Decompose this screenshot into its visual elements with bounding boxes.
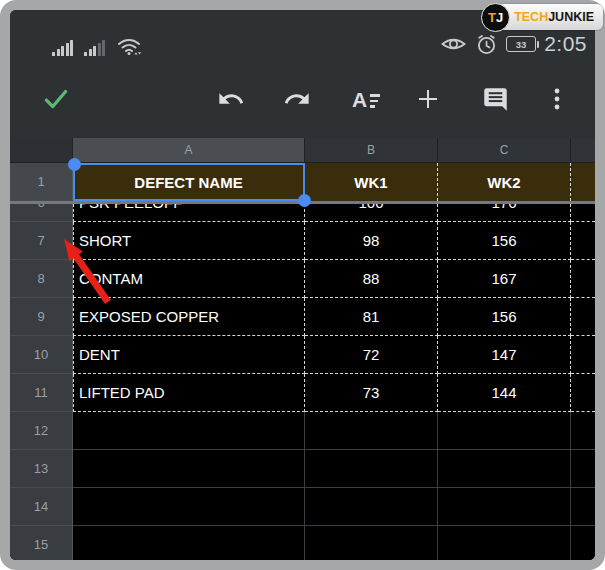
row-number-12[interactable]: 12 [10,412,73,450]
cellular-signal-icon-1 [52,39,73,56]
cell-c10[interactable]: 147 [438,336,571,374]
sheet-body: 6PSR PEELOFF1001767SHORT981568CONTAM8816… [10,204,595,560]
techjunkie-logo: TJ TECHJUNKIE [481,2,603,32]
selection-handle-bottom-right[interactable] [298,194,311,207]
cell-d13[interactable] [571,450,595,488]
cell-d7[interactable] [571,222,595,260]
toolbar: A [10,60,595,138]
cell-b6[interactable]: 100 [305,204,438,222]
cell-c7[interactable]: 156 [438,222,571,260]
confirm-check-button[interactable] [40,83,72,115]
techjunkie-logo-icon: TJ [481,3,510,32]
screenshot: 33 2:05 [0,0,605,570]
cell-a10[interactable]: DENT [73,336,305,374]
battery-icon: 33 [506,36,536,52]
table-row-11: 11LIFTED PAD73144 [10,374,595,412]
table-row-14: 14 [10,488,595,526]
spreadsheet-grid: A B C 1 DEFECT NAME WK1 WK2 6PSR PEELOFF… [10,138,595,560]
row-number-6[interactable]: 6 [10,204,73,222]
table-row-6: 6PSR PEELOFF100176 [10,204,595,222]
cell-b9[interactable]: 81 [305,298,438,336]
table-row-8: 8CONTAM88167 [10,260,595,298]
cell-d11[interactable] [571,374,595,412]
eye-comfort-icon [440,34,467,54]
cell-c15[interactable] [438,526,571,560]
cell-selection-outline [73,163,305,201]
status-left-icons [52,36,142,56]
cell-a14[interactable] [73,488,305,526]
row-number-1[interactable]: 1 [10,163,73,201]
cell-a12[interactable] [73,412,305,450]
logo-initial-j: J [496,10,503,25]
cell-c13[interactable] [438,450,571,488]
cell-b8[interactable]: 88 [305,260,438,298]
row-number-9[interactable]: 9 [10,298,73,336]
cell-d15[interactable] [571,526,595,560]
alarm-icon [475,33,498,56]
cell-d10[interactable] [571,336,595,374]
cell-b1-wk1[interactable]: WK1 [305,163,438,201]
cell-c6[interactable]: 176 [438,204,571,222]
row-number-15[interactable]: 15 [10,526,73,560]
column-header-b[interactable]: B [305,138,438,163]
insert-plus-button[interactable] [412,83,444,115]
row-number-14[interactable]: 14 [10,488,73,526]
text-format-button[interactable]: A [350,83,382,115]
cell-d6[interactable] [571,204,595,222]
clock-time: 2:05 [544,32,587,56]
cell-c1-wk2[interactable]: WK2 [438,163,571,201]
status-right-icons: 33 2:05 [440,32,587,56]
selection-handle-top-left[interactable] [68,158,81,171]
wordmark-tech: TECH [514,10,548,24]
row-number-13[interactable]: 13 [10,450,73,488]
cell-b15[interactable] [305,526,438,560]
cell-d8[interactable] [571,260,595,298]
table-row-12: 12 [10,412,595,450]
cell-d12[interactable] [571,412,595,450]
redo-button[interactable] [281,83,313,115]
wordmark-junkie: JUNKIE [548,10,594,24]
cell-b13[interactable] [305,450,438,488]
cell-c8[interactable]: 167 [438,260,571,298]
overflow-menu-button[interactable] [541,83,573,115]
cell-c9[interactable]: 156 [438,298,571,336]
cell-a6[interactable]: PSR PEELOFF [73,204,305,222]
table-row-15: 15 [10,526,595,560]
cell-b14[interactable] [305,488,438,526]
partial-row-clip-6: 6PSR PEELOFF100176 [10,204,595,222]
cell-c12[interactable] [438,412,571,450]
cell-c14[interactable] [438,488,571,526]
cell-a11[interactable]: LIFTED PAD [73,374,305,412]
cell-d9[interactable] [571,298,595,336]
cell-b12[interactable] [305,412,438,450]
select-all-corner[interactable] [10,138,73,163]
wifi-icon [116,36,142,56]
column-header-a[interactable]: A [73,138,305,163]
row-number-7[interactable]: 7 [10,222,73,260]
table-row-9: 9EXPOSED COPPER81156 [10,298,595,336]
cell-b11[interactable]: 73 [305,374,438,412]
table-row-13: 13 [10,450,595,488]
text-format-icon: A [352,89,380,110]
cell-d14[interactable] [571,488,595,526]
table-row-7: 7SHORT98156 [10,222,595,260]
cell-a13[interactable] [73,450,305,488]
cell-b10[interactable]: 72 [305,336,438,374]
comment-button[interactable] [479,83,511,115]
cell-b7[interactable]: 98 [305,222,438,260]
row-number-8[interactable]: 8 [10,260,73,298]
column-header-row: A B C [10,138,595,163]
cell-d1[interactable] [571,163,595,201]
cell-a15[interactable] [73,526,305,560]
undo-button[interactable] [215,83,247,115]
column-header-c[interactable]: C [438,138,571,163]
row-number-10[interactable]: 10 [10,336,73,374]
cell-c11[interactable]: 144 [438,374,571,412]
cell-a7[interactable]: SHORT [73,222,305,260]
table-row-10: 10DENT72147 [10,336,595,374]
cell-a9[interactable]: EXPOSED COPPER [73,298,305,336]
cell-a8[interactable]: CONTAM [73,260,305,298]
cellular-signal-icon-2 [84,39,105,56]
column-header-d-sliver[interactable] [571,138,595,163]
row-number-11[interactable]: 11 [10,374,73,412]
